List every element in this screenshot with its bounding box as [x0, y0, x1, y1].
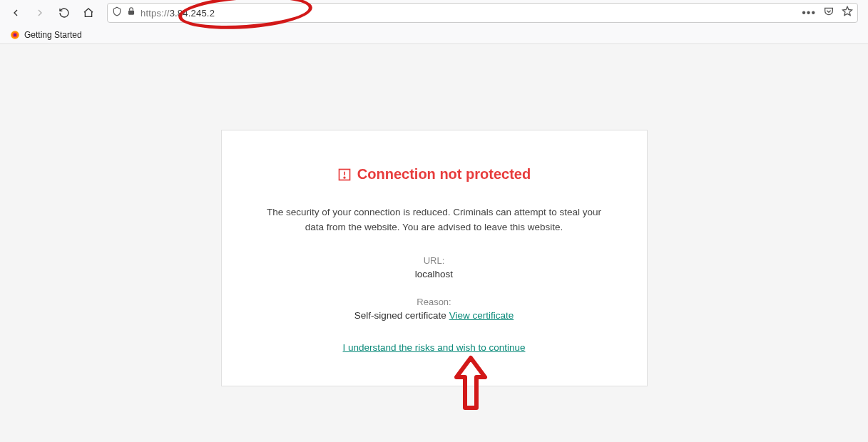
url-protocol: https://	[141, 8, 170, 19]
reload-button[interactable]	[54, 3, 74, 23]
svg-point-3	[14, 34, 16, 36]
url-text: https://3.84.245.2	[141, 8, 215, 19]
home-button[interactable]	[78, 3, 98, 23]
svg-point-5	[344, 177, 345, 178]
url-value: localhost	[261, 269, 608, 279]
back-button[interactable]	[6, 3, 26, 23]
warning-title-text: Connection not protected	[357, 166, 531, 183]
bookmarks-bar: Getting Started	[0, 26, 868, 44]
continue-link[interactable]: I understand the risks and wish to conti…	[343, 342, 526, 353]
reason-label: Reason:	[261, 297, 608, 307]
url-actions: •••	[802, 6, 853, 20]
firefox-icon	[10, 30, 20, 40]
reason-line: Self-signed certificate View certificate	[261, 310, 608, 321]
browser-toolbar: https://3.84.245.2 •••	[0, 0, 868, 26]
view-certificate-link[interactable]: View certificate	[449, 310, 514, 321]
svg-rect-0	[128, 11, 134, 15]
lock-icon	[126, 6, 136, 19]
security-warning-card: Connection not protected The security of…	[221, 130, 648, 386]
page-actions-icon[interactable]: •••	[802, 6, 816, 19]
bookmark-star-icon[interactable]	[842, 6, 853, 20]
url-host: 3.84.245.2	[170, 8, 215, 19]
pocket-icon[interactable]	[823, 6, 834, 20]
url-label: URL:	[261, 255, 608, 266]
forward-button[interactable]	[30, 3, 50, 23]
warning-title: Connection not protected	[337, 166, 531, 183]
bookmark-getting-started[interactable]: Getting Started	[6, 29, 86, 41]
alert-icon	[337, 168, 352, 182]
warning-body-text: The security of your connection is reduc…	[261, 205, 608, 235]
url-bar[interactable]: https://3.84.245.2 •••	[107, 3, 858, 23]
shield-icon	[112, 6, 122, 19]
content-area: Connection not protected The security of…	[0, 44, 868, 442]
bookmark-label: Getting Started	[24, 30, 82, 40]
reason-value: Self-signed certificate	[354, 310, 449, 321]
